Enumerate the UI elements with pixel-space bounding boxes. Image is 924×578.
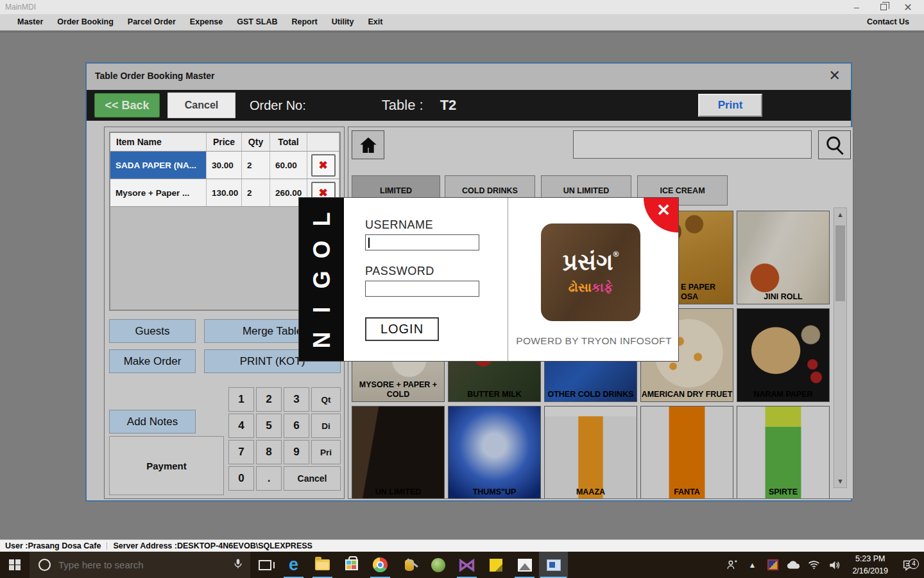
login-close-button[interactable]: ✕ — [644, 198, 678, 232]
product-tile-jini-roll[interactable]: JINI ROLL — [737, 211, 830, 304]
product-label: SPIRTE — [737, 487, 829, 497]
taskbar-app-visual-studio[interactable]: ⋈ — [452, 552, 481, 578]
menu-item-contact-us[interactable]: Contact Us — [860, 14, 916, 30]
registered-mark: ® — [613, 250, 619, 259]
taskbar-app-android-studio[interactable] — [424, 552, 452, 578]
guests-button[interactable]: Guests — [109, 319, 196, 343]
taskbar-app-file-explorer[interactable] — [308, 552, 337, 578]
menu-item-order-booking[interactable]: Order Booking — [50, 14, 121, 30]
keypad-key-qt[interactable]: Qt — [311, 387, 341, 412]
keypad-key-di[interactable]: Di — [311, 414, 341, 438]
menubar-items: MasterOrder BookingParcel OrderExpenseGS… — [10, 14, 389, 30]
menu-item-parcel-order[interactable]: Parcel Order — [121, 14, 183, 30]
keypad-key-6[interactable]: 6 — [284, 414, 309, 438]
menu-item-exit[interactable]: Exit — [361, 14, 390, 30]
taskbar-app-notes[interactable] — [481, 552, 510, 578]
taskbar-app-store[interactable] — [337, 552, 366, 578]
product-tile-unlimited[interactable]: UN LIMITED — [352, 406, 445, 499]
taskbar-app-sql-tools[interactable] — [395, 552, 424, 578]
item-price-cell: 30.00 — [207, 152, 242, 179]
microphone-icon[interactable] — [232, 557, 244, 570]
task-view-icon — [259, 560, 271, 570]
items-table-header: Item NamePriceQtyTotal — [110, 133, 339, 152]
username-label: USERNAME — [365, 218, 433, 232]
clock[interactable]: 5:23 PM 2/16/2019 — [846, 553, 894, 576]
status-server: Server Address :DESKTOP-4N6EVOB\SQLEXPRE… — [113, 541, 312, 550]
keypad-key-8[interactable]: 8 — [256, 440, 282, 464]
hidden-icons-chevron[interactable]: ▲ — [743, 561, 761, 570]
product-tile-fanta[interactable]: FANTA — [640, 406, 733, 499]
menu-item-master[interactable]: Master — [10, 14, 50, 30]
edge-icon: e — [289, 556, 298, 574]
task-view-button[interactable] — [250, 552, 279, 578]
menu-item-expense[interactable]: Expense — [183, 14, 230, 30]
taskbar-app-chrome[interactable] — [366, 552, 395, 578]
start-button[interactable] — [0, 552, 30, 578]
search-input[interactable] — [573, 130, 812, 159]
taskbar-search-input[interactable] — [58, 559, 212, 570]
search-button[interactable] — [818, 130, 851, 159]
onedrive-icon[interactable] — [784, 560, 802, 570]
scroll-up-icon[interactable]: ▲ — [834, 208, 846, 221]
tray-app-icon[interactable] — [764, 559, 782, 570]
password-field[interactable] — [365, 281, 479, 297]
keypad-key-cancel[interactable]: Cancel — [284, 466, 341, 491]
menu-item-gst-slab[interactable]: GST SLAB — [230, 14, 284, 30]
dialog-title: Table Order Booking Master — [95, 71, 214, 81]
restore-icon — [880, 4, 887, 10]
scroll-down-icon[interactable]: ▼ — [834, 475, 846, 487]
keypad-key-dot[interactable]: . — [256, 466, 282, 491]
wifi-icon[interactable] — [805, 560, 823, 570]
product-label: NARAM PAPER — [737, 390, 829, 399]
table-label: Table : — [382, 97, 424, 114]
minimize-button[interactable]: – — [846, 0, 868, 14]
keypad-key-2[interactable]: 2 — [256, 387, 282, 412]
keypad-key-5[interactable]: 5 — [256, 414, 282, 438]
system-tray: ▲ 5:23 PM 2/16/2019 4 — [723, 552, 924, 578]
search-icon — [824, 134, 846, 156]
keypad-key-3[interactable]: 3 — [284, 387, 309, 412]
add-notes-button[interactable]: Add Notes — [109, 410, 196, 434]
keypad-key-0[interactable]: 0 — [228, 466, 254, 491]
print-button[interactable]: Print — [698, 94, 762, 117]
make-order-button[interactable]: Make Order — [109, 349, 196, 373]
back-button[interactable]: << Back — [94, 93, 160, 118]
keypad-key-pri[interactable]: Pri — [311, 440, 341, 464]
dialog-close-icon[interactable]: ✕ — [829, 68, 841, 83]
status-user: User :Prasang Dosa Cafe — [5, 541, 101, 550]
window-titlebar: MainMDI – ✕ — [0, 0, 924, 14]
product-tile-naram-paper[interactable]: NARAM PAPER — [737, 308, 830, 402]
menu-item-report[interactable]: Report — [284, 14, 324, 30]
product-scrollbar[interactable]: ▲ ▼ — [834, 207, 847, 488]
volume-icon[interactable] — [825, 560, 843, 570]
action-center-button[interactable]: 4 — [897, 559, 920, 571]
product-label: OTHER COLD DRINKS — [545, 390, 637, 399]
cancel-button[interactable]: Cancel — [167, 92, 235, 118]
item-name-cell[interactable]: Mysore + Paper ... — [110, 179, 207, 206]
product-tile-maaza[interactable]: MAAZA — [544, 406, 637, 499]
people-icon[interactable] — [723, 559, 740, 571]
close-button[interactable]: ✕ — [897, 0, 919, 14]
android-studio-icon — [431, 558, 445, 572]
taskbar-search[interactable] — [30, 552, 250, 578]
keypad-key-4[interactable]: 4 — [228, 414, 254, 438]
delete-item-button[interactable]: ✖ — [311, 154, 336, 177]
menu-item-utility[interactable]: Utility — [325, 14, 361, 30]
keypad-key-1[interactable]: 1 — [228, 387, 254, 412]
taskbar-app-photos[interactable] — [510, 552, 539, 578]
restore-button[interactable] — [873, 0, 894, 14]
payment-button[interactable]: Payment — [109, 436, 224, 495]
taskbar-app-edge[interactable]: e — [279, 552, 308, 578]
keypad-key-7[interactable]: 7 — [228, 440, 254, 464]
brand-logo: પ્રસંગ® ઢોસાકાફે — [541, 223, 640, 321]
login-button[interactable]: LOGIN — [365, 317, 439, 341]
item-name-cell[interactable]: SADA PAPER (NA... — [110, 152, 207, 179]
scrollbar-thumb[interactable] — [835, 225, 845, 301]
product-tile-sprite[interactable]: SPIRTE — [737, 406, 830, 499]
product-tile-thums-up[interactable]: THUMS"UP — [448, 406, 541, 499]
keypad-key-9[interactable]: 9 — [284, 440, 309, 464]
username-field[interactable] — [365, 234, 479, 250]
taskbar-app-pos[interactable] — [539, 552, 568, 578]
home-button[interactable] — [352, 130, 384, 159]
dialog-titlebar: Table Order Booking Master ✕ — [87, 64, 851, 90]
